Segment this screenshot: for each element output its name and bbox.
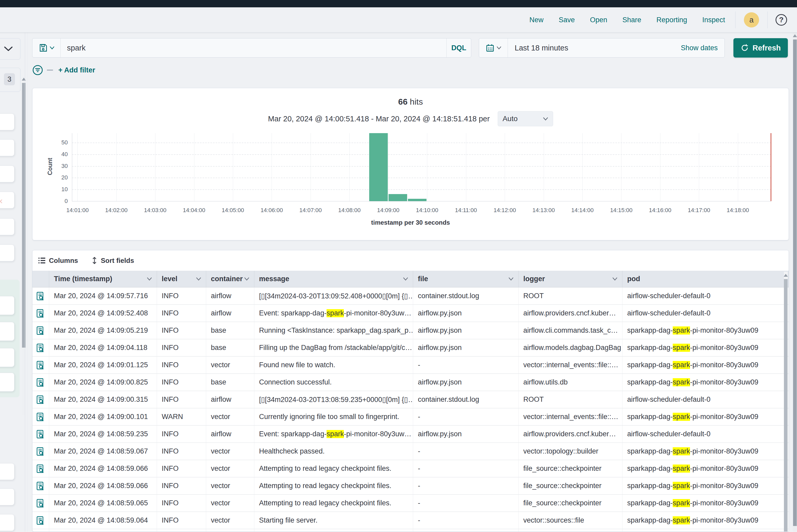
inspect-document-icon[interactable]: [36, 360, 45, 370]
inspect-document-icon[interactable]: [36, 343, 45, 353]
nav-reporting[interactable]: Reporting: [649, 16, 695, 24]
sidebar-field-item[interactable]: [0, 139, 14, 156]
chevron-down-icon[interactable]: [508, 277, 514, 281]
filter-menu-icon[interactable]: [32, 64, 43, 76]
histogram-bar[interactable]: [408, 199, 426, 201]
expand-row-button[interactable]: [33, 374, 49, 391]
cell-container: vector: [206, 443, 254, 460]
inspect-document-icon[interactable]: [36, 430, 45, 439]
cell-text: sparkapp-dag-: [627, 344, 673, 352]
inspect-document-icon[interactable]: [36, 378, 45, 387]
column-header-file[interactable]: file: [413, 271, 519, 287]
cell-text: Attempting to read legacy checkpoint fil…: [259, 482, 391, 490]
date-quick-select-button[interactable]: [479, 38, 508, 57]
columns-button[interactable]: Columns: [38, 256, 78, 265]
expand-row-button[interactable]: [33, 460, 49, 477]
x-axis-tick-label: 14:04:00: [176, 207, 212, 214]
sidebar-field-item[interactable]: [0, 166, 14, 182]
column-header-container[interactable]: container: [206, 271, 254, 287]
nav-inspect[interactable]: Inspect: [695, 16, 733, 24]
expand-row-button[interactable]: [33, 512, 49, 529]
inspect-document-icon[interactable]: [36, 498, 45, 508]
inspect-document-icon[interactable]: [36, 412, 45, 422]
inspect-document-icon[interactable]: [36, 326, 45, 335]
sidebar-field-item[interactable]: [0, 296, 14, 315]
column-header-pod[interactable]: pod: [623, 271, 789, 287]
page-scrollbar[interactable]: [793, 33, 797, 532]
add-filter-button[interactable]: + Add filter: [58, 66, 95, 74]
chevron-down-icon[interactable]: [244, 277, 249, 281]
sidebar-field-item[interactable]: [0, 373, 14, 392]
column-header-logger[interactable]: logger: [519, 271, 623, 287]
cell-message: Running <TaskInstance: sparkapp_dag.spar…: [254, 322, 413, 339]
page-scrollbar-thumb[interactable]: [793, 39, 797, 526]
grid-line-vertical: [621, 133, 622, 201]
time-range-value[interactable]: Last 18 minutes: [508, 44, 681, 52]
grid-line-vertical: [505, 133, 505, 201]
inspect-document-icon[interactable]: [36, 464, 45, 473]
chevron-down-icon[interactable]: [612, 277, 617, 281]
histogram-bar[interactable]: [389, 194, 407, 201]
remove-field-icon[interactable]: ×: [0, 196, 3, 206]
sidebar-scrollbar-up-arrow[interactable]: [22, 78, 26, 80]
expand-row-button[interactable]: [33, 357, 49, 374]
histogram-chart[interactable]: 14:01:0014:02:0014:03:0014:04:0014:05:00…: [33, 88, 789, 240]
sort-fields-button[interactable]: Sort fields: [92, 256, 134, 265]
column-header-message[interactable]: message: [254, 271, 413, 287]
inspect-document-icon[interactable]: [36, 309, 45, 318]
column-header-time-timestamp-[interactable]: Time (timestamp): [49, 271, 157, 287]
expand-row-button[interactable]: [33, 477, 49, 495]
cell-level: INFO: [157, 443, 206, 460]
cell-logger: [519, 529, 623, 532]
sidebar-field-item[interactable]: [0, 348, 14, 367]
query-language-button[interactable]: DQL: [446, 38, 471, 57]
refresh-button[interactable]: Refresh: [734, 38, 788, 58]
saved-query-menu-button[interactable]: [33, 38, 61, 57]
expand-row-button[interactable]: [33, 443, 49, 460]
chevron-down-icon[interactable]: [196, 277, 201, 281]
chevron-down-icon[interactable]: [147, 277, 152, 281]
expand-row-button[interactable]: [33, 408, 49, 425]
histogram-bar[interactable]: [369, 133, 388, 201]
inspect-document-icon[interactable]: [36, 447, 45, 456]
avatar[interactable]: a: [744, 12, 759, 27]
table-scrollbar[interactable]: [784, 272, 787, 531]
sidebar-field-item[interactable]: [0, 114, 14, 130]
nav-save[interactable]: Save: [551, 16, 582, 24]
expand-row-button[interactable]: [33, 425, 49, 443]
nav-open[interactable]: Open: [582, 16, 615, 24]
expand-row-button[interactable]: [33, 391, 49, 408]
sidebar-field-item[interactable]: ×: [0, 192, 14, 208]
chevron-down-icon[interactable]: [403, 277, 408, 281]
column-header-label: message: [259, 275, 290, 283]
sidebar-field-item[interactable]: [0, 245, 14, 261]
table-scrollbar-up-arrow[interactable]: [784, 274, 788, 277]
sidebar-field-item[interactable]: [0, 489, 14, 505]
expand-row-button[interactable]: [33, 322, 49, 339]
nav-share[interactable]: Share: [615, 16, 649, 24]
page-scrollbar-up-arrow[interactable]: [793, 34, 797, 37]
sidebar-field-item[interactable]: [0, 322, 14, 341]
show-dates-button[interactable]: Show dates: [681, 44, 724, 52]
sidebar-field-group[interactable]: 3: [0, 68, 20, 92]
column-header-level[interactable]: level: [157, 271, 206, 287]
inspect-document-icon[interactable]: [36, 395, 45, 404]
cell-pod: airflow-scheduler-default-0: [623, 425, 789, 443]
sidebar-field-item[interactable]: [0, 514, 14, 531]
expand-row-button[interactable]: [33, 305, 49, 322]
sidebar-collapse-button[interactable]: [0, 38, 20, 60]
expand-row-button[interactable]: [33, 287, 49, 305]
expand-row-button[interactable]: [33, 339, 49, 357]
nav-new[interactable]: New: [522, 16, 551, 24]
help-icon[interactable]: ?: [776, 14, 787, 26]
inspect-document-icon[interactable]: [36, 516, 45, 525]
search-input[interactable]: spark: [61, 44, 446, 52]
expand-row-button[interactable]: [33, 495, 49, 512]
cell-text: sparkapp-dag-: [627, 464, 673, 473]
sidebar-field-item[interactable]: [0, 218, 14, 235]
inspect-document-icon[interactable]: [36, 291, 45, 301]
inspect-document-icon[interactable]: [36, 481, 45, 491]
table-scrollbar-thumb[interactable]: [784, 279, 787, 531]
sidebar-field-item[interactable]: [0, 463, 14, 480]
expand-row-button[interactable]: [33, 529, 49, 532]
